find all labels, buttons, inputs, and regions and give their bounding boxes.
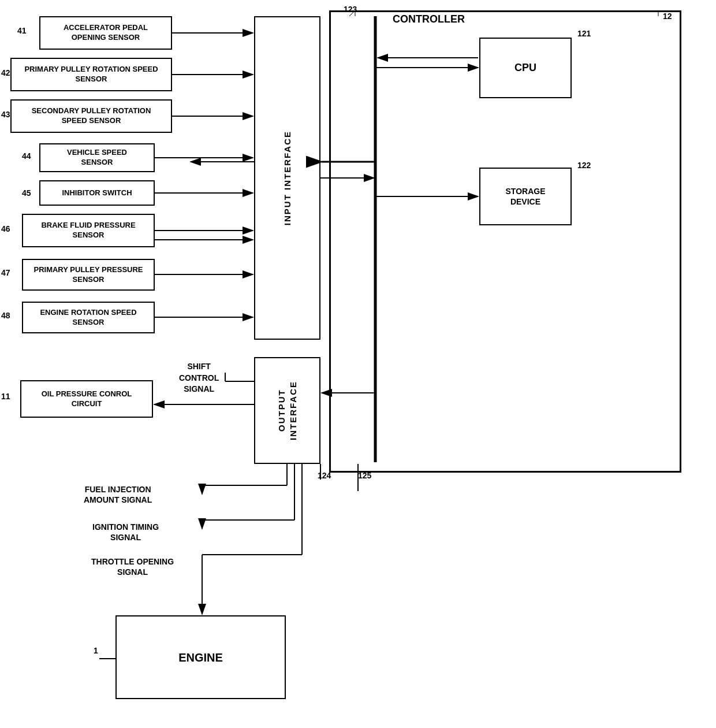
output-interface: OUTPUT INTERFACE — [254, 357, 320, 464]
ref-46: 46 — [1, 224, 10, 233]
ignition-timing-label: IGNITION TIMINGSIGNAL — [92, 522, 159, 543]
ref-43: 43 — [1, 110, 10, 119]
sensor-41: ACCELERATOR PEDALOPENING SENSOR — [39, 16, 172, 50]
ref-12: 12 — [663, 12, 672, 21]
sensor-44: VEHICLE SPEEDSENSOR — [39, 143, 155, 172]
sensor-43: SECONDARY PULLEY ROTATIONSPEED SENSOR — [10, 99, 172, 133]
sensor-42: PRIMARY PULLEY ROTATION SPEEDSENSOR — [10, 58, 172, 91]
output-interface-label: OUTPUT INTERFACE — [276, 361, 299, 460]
ref-1: 1 — [94, 646, 98, 655]
fuel-injection-label: FUEL INJECTIONAMOUNT SIGNAL — [84, 484, 152, 505]
ref-41: 41 — [17, 26, 27, 35]
diagram: CONTROLLER 12 ACCELERATOR PEDALOPENING S… — [0, 0, 716, 728]
ref-123: 123 — [344, 5, 357, 14]
sensor-48: ENGINE ROTATION SPEEDSENSOR — [22, 302, 155, 333]
storage-box: STORAGEDEVICE — [479, 168, 572, 225]
ref-124: 124 — [318, 471, 331, 480]
ref-11: 11 — [1, 392, 10, 401]
ref-125: 125 — [358, 471, 371, 480]
ref-47: 47 — [1, 268, 10, 277]
sensor-47: PRIMARY PULLEY PRESSURESENSOR — [22, 259, 155, 291]
input-interface-label: INPUT INTERFACE — [282, 131, 293, 225]
ref-122: 122 — [577, 161, 591, 170]
input-interface: INPUT INTERFACE — [254, 16, 320, 340]
ref-48: 48 — [1, 311, 10, 320]
engine-box: ENGINE — [115, 615, 286, 699]
ref-44: 44 — [22, 151, 31, 161]
ref-45: 45 — [22, 188, 31, 198]
cpu-box: CPU — [479, 38, 572, 98]
ref-42: 42 — [1, 68, 10, 77]
throttle-opening-label: THROTTLE OPENINGSIGNAL — [91, 556, 174, 577]
oil-pressure-box: OIL PRESSURE CONROLCIRCUIT — [20, 380, 153, 418]
sensor-45: INHIBITOR SWITCH — [39, 180, 155, 206]
sensor-46: BRAKE FLUID PRESSURESENSOR — [22, 214, 155, 247]
ref-121: 121 — [577, 29, 591, 38]
controller-label: CONTROLLER — [393, 13, 465, 26]
shift-control-signal-label: SHIFTCONTROLSIGNAL — [179, 361, 219, 395]
